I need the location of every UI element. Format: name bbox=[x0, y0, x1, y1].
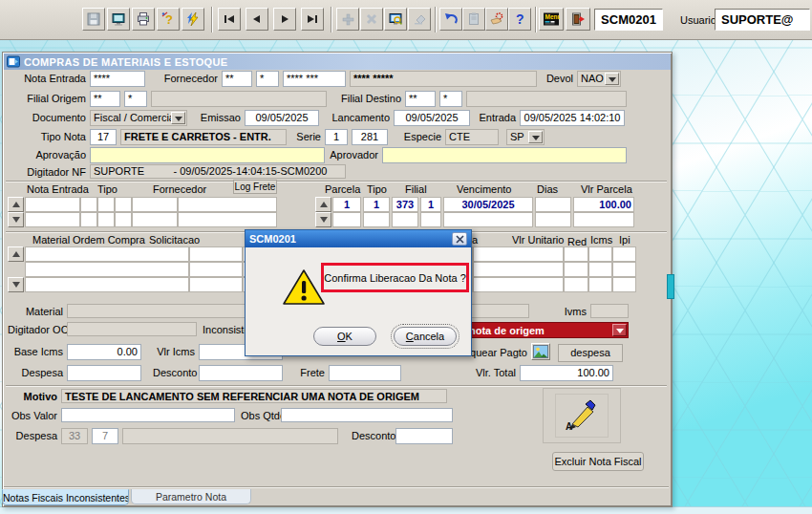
obs-valor-field[interactable] bbox=[61, 408, 235, 422]
prior-record-button[interactable] bbox=[246, 8, 268, 31]
material-cell[interactable] bbox=[588, 262, 612, 277]
fornecedor-field-1[interactable]: ** bbox=[222, 71, 252, 87]
parcela-filial-cell[interactable]: 373 bbox=[392, 197, 418, 212]
notas-grid-scroll-up[interactable] bbox=[8, 197, 24, 212]
cancel-button[interactable]: Cancela bbox=[394, 327, 457, 346]
search-button[interactable] bbox=[384, 8, 407, 31]
despesa-field[interactable] bbox=[67, 365, 141, 381]
next-record-button[interactable] bbox=[273, 8, 296, 31]
filial-destino-field-2[interactable]: * bbox=[439, 91, 462, 107]
material-cell[interactable] bbox=[25, 277, 189, 292]
parcela-cell[interactable] bbox=[363, 212, 390, 227]
aprovacao-field[interactable] bbox=[90, 147, 325, 163]
serie-num-field[interactable]: 1 bbox=[325, 129, 348, 145]
material-cell[interactable] bbox=[189, 277, 243, 292]
last-record-button[interactable] bbox=[301, 8, 324, 31]
aprovador-field[interactable] bbox=[382, 147, 627, 163]
notas-cell[interactable] bbox=[178, 212, 277, 227]
excluir-nota-fiscal-button[interactable]: Excluir Nota Fiscal bbox=[552, 452, 644, 471]
parcela-cell[interactable] bbox=[535, 212, 571, 227]
window-edge-grip[interactable] bbox=[667, 274, 674, 299]
parcela-vencimento-cell[interactable]: 30/05/2025 bbox=[443, 197, 533, 212]
first-record-button[interactable] bbox=[218, 8, 241, 31]
material-cell[interactable] bbox=[564, 277, 588, 292]
material-cell[interactable] bbox=[612, 262, 636, 277]
notas-cell[interactable] bbox=[80, 197, 97, 212]
notas-cell[interactable] bbox=[97, 197, 115, 212]
entrada-field[interactable]: 09/05/2025 14:02:10 bbox=[520, 110, 625, 126]
help-wizard-button[interactable]: ? bbox=[157, 8, 180, 31]
notas-cell[interactable] bbox=[115, 197, 132, 212]
parcela-cell[interactable] bbox=[443, 212, 533, 227]
obs-qtde-field[interactable] bbox=[281, 408, 453, 422]
documento-combo[interactable]: Fiscal / Comercial bbox=[90, 110, 187, 126]
parcelas-grid-scroll-down[interactable] bbox=[315, 212, 331, 227]
filial-origem-field-1[interactable]: ** bbox=[90, 91, 120, 107]
confirm-button[interactable] bbox=[485, 8, 508, 31]
save-button[interactable] bbox=[82, 8, 105, 31]
ok-button[interactable]: OK bbox=[313, 327, 376, 346]
vlr-total-field[interactable]: 100.00 bbox=[520, 365, 613, 381]
nota-origem-dropdown-arrow[interactable] bbox=[612, 324, 627, 336]
notas-cell[interactable] bbox=[132, 212, 178, 227]
parcela-cell[interactable]: 1 bbox=[332, 197, 361, 212]
notas-cell[interactable] bbox=[25, 197, 80, 212]
notas-cell[interactable] bbox=[115, 212, 132, 227]
nota-entrada-field[interactable]: **** bbox=[90, 71, 145, 87]
material-cell[interactable] bbox=[189, 262, 243, 277]
parcela-vlr-cell[interactable]: 100.00 bbox=[573, 197, 634, 212]
undo-button[interactable] bbox=[439, 8, 462, 31]
notas-cell[interactable] bbox=[80, 212, 97, 227]
materiais-grid-scroll-down[interactable] bbox=[8, 277, 24, 292]
bloquear-pagto-button[interactable] bbox=[531, 343, 550, 360]
serie-doc-field[interactable]: 281 bbox=[352, 129, 388, 145]
material-cell[interactable] bbox=[564, 262, 588, 277]
tab-parametro-nota[interactable]: Parametro Nota bbox=[131, 489, 251, 504]
paste-button[interactable] bbox=[462, 8, 485, 31]
emissao-field[interactable]: 09/05/2025 bbox=[245, 110, 319, 126]
material-cell[interactable] bbox=[189, 246, 243, 262]
menu-button[interactable]: Menu bbox=[539, 8, 564, 31]
dialog-close-button[interactable] bbox=[452, 232, 467, 246]
material-cell[interactable] bbox=[473, 262, 564, 277]
material-cell[interactable] bbox=[564, 246, 588, 262]
notas-cell[interactable] bbox=[97, 212, 115, 227]
notas-cell[interactable] bbox=[178, 197, 277, 212]
fornecedor-field-3[interactable]: **** *** bbox=[283, 71, 346, 87]
desconto2-field[interactable] bbox=[395, 428, 453, 444]
parcela-cell[interactable] bbox=[573, 212, 634, 227]
material-cell[interactable] bbox=[25, 262, 189, 277]
material-cell[interactable] bbox=[612, 277, 636, 292]
parcela-cell[interactable] bbox=[392, 212, 418, 227]
uf-combo[interactable]: SP bbox=[506, 129, 545, 145]
tab-notas-fiscais-inconsistentes[interactable]: Notas Fiscais Inconsistentes bbox=[2, 489, 129, 505]
devol-combo[interactable]: NAO bbox=[577, 71, 621, 87]
material-cell[interactable] bbox=[588, 246, 612, 262]
parcela-cell[interactable] bbox=[332, 212, 361, 227]
parcela-filial2-cell[interactable]: 1 bbox=[420, 197, 441, 212]
desconto-field[interactable] bbox=[199, 365, 283, 381]
notas-cell[interactable] bbox=[132, 197, 178, 212]
lancamento-field[interactable]: 09/05/2025 bbox=[394, 110, 470, 126]
process-button[interactable] bbox=[182, 8, 204, 31]
fornecedor-field-2[interactable]: * bbox=[256, 71, 279, 87]
notas-cell[interactable] bbox=[25, 212, 80, 227]
material-cell[interactable] bbox=[473, 277, 564, 292]
tipo-nota-code-field[interactable]: 17 bbox=[90, 129, 117, 145]
uf-dropdown-arrow[interactable] bbox=[528, 131, 543, 143]
parcela-dias-cell[interactable] bbox=[535, 197, 571, 212]
despesa2-sub-field[interactable]: 7 bbox=[92, 428, 118, 444]
help-button[interactable]: ? bbox=[508, 8, 531, 31]
clear-button[interactable] bbox=[408, 8, 431, 31]
material-cell[interactable] bbox=[25, 246, 189, 262]
exit-button[interactable] bbox=[566, 8, 590, 31]
filial-destino-field-1[interactable]: ** bbox=[405, 91, 436, 107]
display-button[interactable] bbox=[107, 8, 130, 31]
parcela-tipo-cell[interactable]: 1 bbox=[363, 197, 390, 212]
filial-origem-field-2[interactable]: * bbox=[124, 91, 147, 107]
materiais-grid-scroll-up[interactable] bbox=[8, 246, 24, 262]
delete-record-button[interactable] bbox=[360, 8, 383, 31]
frete-field[interactable] bbox=[329, 365, 401, 381]
log-frete-button[interactable]: Log Frete bbox=[233, 180, 277, 194]
documento-dropdown-arrow[interactable] bbox=[171, 112, 185, 124]
